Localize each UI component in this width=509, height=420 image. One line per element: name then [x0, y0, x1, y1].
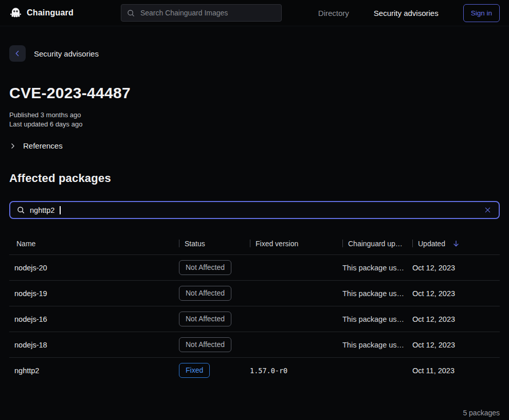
package-name: nodejs-20 — [9, 264, 174, 272]
clear-search-button[interactable] — [481, 204, 494, 216]
text-caret — [60, 206, 61, 214]
package-name: nghttp2 — [9, 367, 174, 375]
octopus-logo-icon — [9, 7, 22, 20]
package-name: nodejs-16 — [9, 315, 174, 323]
column-divider — [412, 240, 413, 247]
affected-packages-heading: Affected packages — [9, 172, 500, 185]
search-icon — [126, 9, 135, 17]
topbar: Chainguard Directory Security advisories… — [0, 0, 509, 26]
search-icon — [16, 206, 25, 214]
column-divider — [250, 240, 250, 247]
table-row[interactable]: nodejs-19 Not Affected This package us… … — [9, 280, 500, 306]
close-icon — [484, 206, 492, 214]
package-name: nodejs-19 — [9, 289, 174, 298]
nav-security-advisories[interactable]: Security advisories — [374, 9, 439, 17]
chevron-right-icon — [9, 142, 16, 150]
updated-date: Oct 12, 2023 — [407, 289, 500, 298]
global-search-input[interactable] — [140, 9, 276, 17]
table-row[interactable]: nodejs-16 Not Affected This package us… … — [9, 306, 500, 332]
updated-date: Oct 11, 2023 — [407, 367, 500, 375]
column-divider — [342, 240, 343, 247]
sign-in-button[interactable]: Sign in — [463, 4, 500, 22]
table-row[interactable]: nodejs-20 Not Affected This package us… … — [9, 254, 500, 280]
chainguard-update: This package us… — [337, 315, 407, 323]
global-search[interactable] — [121, 4, 282, 22]
package-search-input[interactable]: nghttp2 — [9, 201, 500, 219]
updated-date: Oct 12, 2023 — [407, 264, 500, 272]
updated-date: Oct 12, 2023 — [407, 315, 500, 323]
column-header-fixed-version[interactable]: Fixed version — [245, 240, 337, 248]
chevron-left-icon — [13, 49, 22, 58]
updated-date: Oct 12, 2023 — [407, 341, 500, 349]
breadcrumb: Security advisories — [9, 45, 500, 62]
table-row[interactable]: nghttp2 Fixed 1.57.0-r0 Oct 11, 2023 — [9, 357, 500, 383]
breadcrumb-label: Security advisories — [34, 49, 99, 58]
status-badge: Not Affected — [179, 260, 231, 275]
chainguard-update: This package us… — [337, 289, 407, 298]
column-header-chainguard-update[interactable]: Chainguard up… — [337, 240, 407, 248]
references-label: References — [23, 141, 63, 150]
brand-name: Chainguard — [27, 8, 74, 17]
nav-directory[interactable]: Directory — [318, 9, 349, 17]
sort-descending-icon — [452, 240, 460, 248]
column-header-name[interactable]: Name — [9, 240, 174, 248]
last-updated-date: Last updated 6 days ago — [9, 120, 500, 129]
status-badge: Not Affected — [179, 312, 231, 326]
package-search-value: nghttp2 — [30, 206, 54, 214]
top-navigation: Directory Security advisories Sign in — [318, 4, 500, 22]
affected-packages-table: Name Status Fixed version Chainguard up…… — [9, 232, 500, 417]
main-content: Security advisories CVE-2023-44487 Publi… — [0, 45, 509, 417]
page-title: CVE-2023-44487 — [9, 84, 500, 102]
status-badge: Not Affected — [179, 337, 231, 352]
table-row[interactable]: nodejs-18 Not Affected This package us… … — [9, 332, 500, 357]
package-count: 5 packages — [9, 409, 500, 417]
fixed-version: 1.57.0-r0 — [245, 367, 337, 375]
column-divider — [179, 240, 179, 247]
chainguard-logo[interactable]: Chainguard — [9, 7, 74, 20]
table-header: Name Status Fixed version Chainguard up…… — [9, 232, 500, 254]
chainguard-update: This package us… — [337, 264, 407, 272]
package-name: nodejs-18 — [9, 341, 174, 349]
back-button[interactable] — [9, 45, 26, 62]
column-header-status[interactable]: Status — [174, 240, 245, 248]
column-header-updated[interactable]: Updated — [407, 240, 500, 248]
references-accordion[interactable]: References — [9, 141, 500, 150]
status-badge: Fixed — [179, 363, 210, 378]
chainguard-update: This package us… — [337, 341, 407, 349]
advisory-meta: Published 3 months ago Last updated 6 da… — [9, 111, 500, 129]
published-date: Published 3 months ago — [9, 111, 500, 120]
status-badge: Not Affected — [179, 286, 231, 301]
